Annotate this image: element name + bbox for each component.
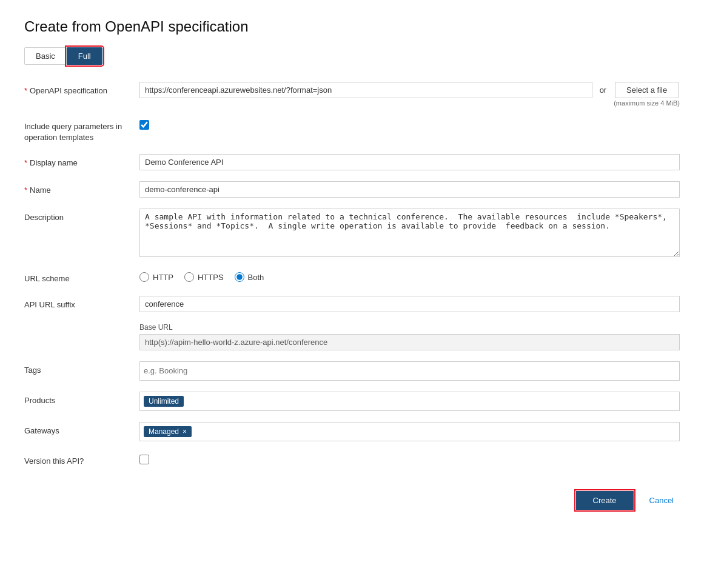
products-input-wrap[interactable]: Unlimited (139, 392, 680, 411)
url-scheme-both-label: Both (248, 273, 264, 282)
url-scheme-row: URL scheme HTTP HTTPS Both (24, 270, 680, 284)
display-name-label: *Display name (24, 154, 127, 169)
tags-input-wrap[interactable] (139, 361, 680, 381)
url-scheme-both-radio[interactable] (235, 272, 244, 282)
products-row: Products Unlimited (24, 392, 680, 411)
tab-full[interactable]: Full (67, 47, 102, 65)
version-api-checkbox[interactable] (139, 455, 149, 464)
description-label: Description (24, 209, 127, 223)
url-scheme-radio-group: HTTP HTTPS Both (139, 270, 680, 282)
gateways-label: Gateways (24, 422, 127, 436)
gateways-chip-managed: Managed × (144, 426, 192, 437)
url-scheme-http-label: HTTP (153, 273, 173, 282)
products-chip-unlimited: Unlimited (144, 396, 184, 407)
version-api-row: Version this API? (24, 452, 680, 467)
name-row: *Name (24, 181, 680, 198)
page-title: Create from OpenAPI specification (24, 18, 680, 35)
url-scheme-label: URL scheme (24, 270, 127, 284)
url-scheme-https-label: HTTPS (198, 273, 224, 282)
cancel-button[interactable]: Cancel (643, 491, 680, 510)
tab-bar: Basic Full (24, 47, 680, 65)
include-query-checkbox[interactable] (139, 120, 149, 130)
api-url-suffix-input[interactable] (139, 296, 680, 312)
form: *OpenAPI specification or Select a file … (24, 82, 680, 467)
openapi-spec-row: *OpenAPI specification or Select a file … (24, 82, 680, 107)
api-url-suffix-row: API URL suffix (24, 296, 680, 312)
description-textarea[interactable] (139, 209, 680, 257)
gateways-input-wrap[interactable]: Managed × (139, 422, 680, 441)
or-text: or (600, 82, 607, 95)
url-scheme-http-option[interactable]: HTTP (139, 272, 173, 282)
tab-basic[interactable]: Basic (24, 47, 67, 65)
base-url-spacer (24, 323, 127, 327)
tags-row: Tags (24, 361, 680, 381)
gateways-input[interactable] (196, 427, 676, 436)
description-row: Description (24, 209, 680, 259)
gateways-row: Gateways Managed × (24, 422, 680, 441)
include-query-row: Include query parameters in operation te… (24, 118, 680, 143)
base-url-row: Base URL (24, 323, 680, 350)
select-file-button[interactable]: Select a file (615, 82, 679, 98)
name-label: *Name (24, 181, 127, 196)
version-api-label: Version this API? (24, 452, 127, 467)
tags-input[interactable] (144, 366, 676, 375)
openapi-spec-input[interactable] (139, 82, 592, 98)
base-url-input (139, 334, 680, 350)
file-size-note: (maximum size 4 MiB) (614, 99, 680, 107)
tags-label: Tags (24, 361, 127, 376)
url-scheme-https-option[interactable]: HTTPS (184, 272, 224, 282)
create-button[interactable]: Create (576, 491, 634, 510)
include-query-label: Include query parameters in operation te… (24, 118, 127, 143)
url-scheme-https-radio[interactable] (184, 272, 194, 282)
base-url-label: Base URL (139, 323, 680, 332)
display-name-input[interactable] (139, 154, 680, 170)
products-input[interactable] (189, 396, 676, 406)
url-scheme-both-option[interactable]: Both (235, 272, 264, 282)
gateways-chip-managed-remove[interactable]: × (183, 427, 187, 436)
footer-buttons: Create Cancel (24, 491, 680, 510)
display-name-row: *Display name (24, 154, 680, 170)
required-star: * (24, 86, 27, 95)
openapi-spec-label: *OpenAPI specification (24, 82, 127, 96)
name-input[interactable] (139, 181, 680, 198)
url-scheme-http-radio[interactable] (139, 272, 149, 282)
api-url-suffix-label: API URL suffix (24, 296, 127, 310)
products-label: Products (24, 392, 127, 406)
